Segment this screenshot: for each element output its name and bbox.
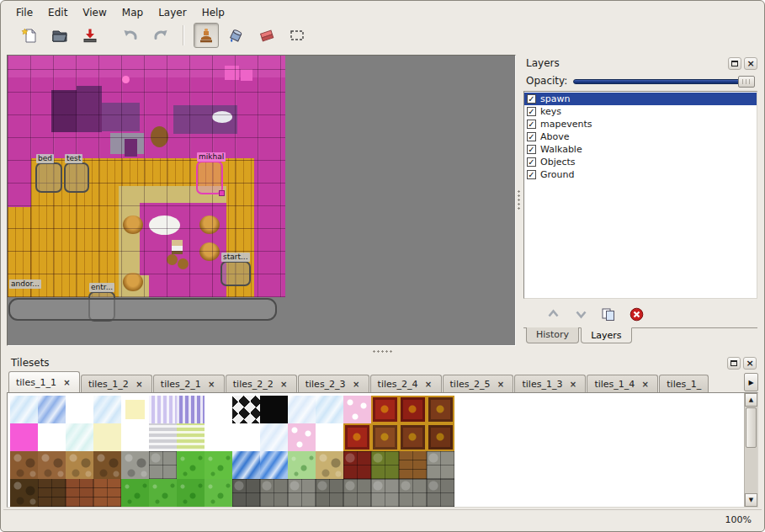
tile-0-4[interactable]: [121, 396, 149, 423]
menu-view[interactable]: View: [75, 5, 114, 20]
tileset-tab-tiles_2_2[interactable]: tiles_2_2×: [226, 375, 297, 392]
layer-row-ground[interactable]: ✓Ground: [524, 168, 757, 181]
tile-3-6[interactable]: [177, 479, 205, 507]
tile-3-0[interactable]: [10, 479, 38, 507]
stamp-brush-button[interactable]: [194, 23, 219, 48]
tile-0-7[interactable]: [205, 396, 232, 423]
tile-1-2[interactable]: [66, 423, 93, 451]
tile-3-13[interactable]: [371, 479, 399, 507]
layer-visibility-checkbox[interactable]: ✓: [527, 157, 536, 167]
tile-1-1[interactable]: [38, 423, 66, 451]
tile-3-14[interactable]: [399, 479, 427, 507]
tile-3-1[interactable]: [38, 479, 66, 507]
scrollbar-thumb[interactable]: [746, 407, 757, 448]
tileset-tab-tiles_2_5[interactable]: tiles_2_5×: [443, 375, 514, 392]
tile-2-9[interactable]: [260, 451, 288, 479]
layer-row-keys[interactable]: ✓keys: [524, 105, 757, 118]
tile-0-2[interactable]: [66, 396, 93, 423]
tile-3-11[interactable]: [316, 479, 343, 507]
resize-handle[interactable]: [219, 190, 225, 196]
tileset-tab-tiles_1_1[interactable]: tiles_1_1×: [8, 371, 80, 392]
tileset-tab-tiles_1_2[interactable]: tiles_1_2×: [81, 375, 152, 392]
tab-close-button[interactable]: ×: [61, 377, 72, 388]
map-object-start[interactable]: start...: [220, 261, 251, 286]
tile-1-15[interactable]: [427, 423, 454, 451]
tile-3-2[interactable]: [66, 479, 93, 507]
tile-1-13[interactable]: [371, 423, 399, 451]
tile-2-7[interactable]: [205, 451, 232, 479]
tile-1-3[interactable]: [93, 423, 121, 451]
map-viewport[interactable]: bedtestmikhalstart...entr...andor...: [7, 55, 516, 346]
layer-visibility-checkbox[interactable]: ✓: [527, 145, 536, 154]
tile-2-4[interactable]: [121, 451, 149, 479]
tile-0-5[interactable]: [149, 396, 177, 423]
tile-1-6[interactable]: [177, 423, 205, 451]
tab-close-button[interactable]: ×: [567, 379, 578, 390]
layer-row-spawn[interactable]: ✓spawn: [524, 93, 757, 105]
layer-visibility-checkbox[interactable]: ✓: [527, 120, 536, 129]
layer-row-above[interactable]: ✓Above: [524, 130, 757, 143]
tile-3-15[interactable]: [427, 479, 454, 507]
tileset-tab-tiles_2_3[interactable]: tiles_2_3×: [298, 375, 369, 392]
tile-3-12[interactable]: [343, 479, 371, 507]
float-panel-button[interactable]: [728, 57, 741, 70]
duplicate-layer-button[interactable]: [599, 305, 618, 323]
map-object-test[interactable]: test: [64, 162, 89, 193]
tab-close-button[interactable]: ×: [134, 379, 145, 390]
close-panel-button[interactable]: ×: [744, 57, 757, 70]
tile-2-0[interactable]: [10, 451, 38, 479]
tile-0-0[interactable]: [10, 396, 38, 423]
save-map-button[interactable]: [77, 23, 103, 48]
map-canvas[interactable]: bedtestmikhalstart...entr...andor...: [8, 56, 285, 327]
layer-row-walkable[interactable]: ✓Walkable: [524, 143, 757, 156]
layer-visibility-checkbox[interactable]: ✓: [527, 94, 536, 104]
menu-help[interactable]: Help: [194, 5, 232, 20]
tile-2-6[interactable]: [177, 451, 205, 479]
eraser-button[interactable]: [254, 23, 279, 48]
opacity-slider-handle[interactable]: [738, 76, 755, 88]
map-object-bed[interactable]: bed: [35, 162, 62, 193]
layer-row-objects[interactable]: ✓Objects: [524, 156, 757, 168]
layer-visibility-checkbox[interactable]: ✓: [527, 107, 536, 116]
dock-tab-layers[interactable]: Layers: [581, 327, 631, 343]
tile-2-1[interactable]: [38, 451, 66, 479]
tile-1-0[interactable]: [10, 423, 38, 451]
new-map-button[interactable]: [17, 23, 42, 48]
tile-0-15[interactable]: [427, 396, 454, 423]
menu-file[interactable]: File: [8, 5, 40, 20]
raise-layer-button[interactable]: [544, 305, 562, 323]
tab-close-button[interactable]: ×: [640, 379, 651, 390]
tile-3-5[interactable]: [149, 479, 177, 507]
opacity-slider[interactable]: [573, 75, 755, 88]
tile-0-6[interactable]: [177, 396, 205, 423]
tile-1-11[interactable]: [316, 423, 343, 451]
tile-1-4[interactable]: [121, 423, 149, 451]
tab-scroll-right-button[interactable]: ▶: [744, 373, 758, 391]
tileset-tab-tiles_1_[interactable]: tiles_1_: [659, 375, 709, 392]
tile-3-4[interactable]: [121, 479, 149, 507]
scroll-up-button[interactable]: ▲: [745, 393, 757, 407]
tileset-tab-tiles_2_4[interactable]: tiles_2_4×: [370, 375, 442, 392]
scrollbar-track[interactable]: [745, 407, 757, 493]
tileset-tab-tiles_2_1[interactable]: tiles_2_1×: [153, 375, 225, 392]
tile-0-9[interactable]: [260, 396, 288, 423]
dock-tab-history[interactable]: History: [526, 327, 579, 343]
bucket-fill-button[interactable]: [224, 23, 249, 48]
tile-0-14[interactable]: [399, 396, 427, 423]
tile-1-7[interactable]: [205, 423, 232, 451]
layer-visibility-checkbox[interactable]: ✓: [527, 132, 536, 141]
tileset-tab-tiles_1_4[interactable]: tiles_1_4×: [587, 375, 658, 392]
tile-0-12[interactable]: [343, 396, 371, 423]
tile-0-10[interactable]: [288, 396, 316, 423]
tab-close-button[interactable]: ×: [279, 379, 290, 390]
tile-2-15[interactable]: [427, 451, 454, 479]
tile-0-13[interactable]: [371, 396, 399, 423]
tile-2-11[interactable]: [316, 451, 343, 479]
tile-1-9[interactable]: [260, 423, 288, 451]
open-map-button[interactable]: [47, 23, 72, 48]
layer-list[interactable]: ✓spawn✓keys✓mapevents✓Above✓Walkable✓Obj…: [523, 91, 757, 299]
tile-2-10[interactable]: [288, 451, 316, 479]
menu-edit[interactable]: Edit: [40, 5, 75, 20]
tile-2-5[interactable]: [149, 451, 177, 479]
tile-1-14[interactable]: [399, 423, 427, 451]
